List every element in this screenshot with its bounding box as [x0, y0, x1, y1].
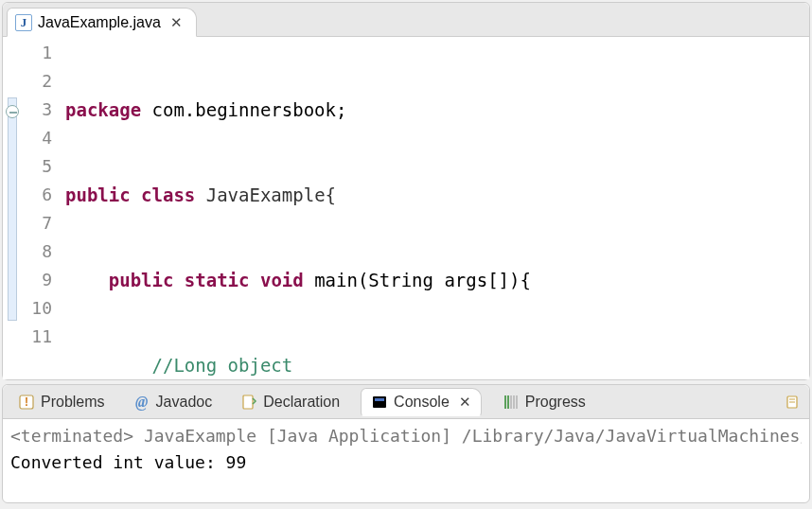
tab-label: Javadoc [156, 394, 213, 411]
progress-icon [503, 394, 520, 411]
declaration-icon [240, 394, 257, 411]
svg-rect-4 [375, 398, 384, 401]
bottom-tab-bar: ! Problems @ Javadoc Declaration Console… [3, 385, 809, 419]
console-output: Converted int value: 99 [10, 449, 802, 476]
editor-tab-bar: J JavaExample.java ✕ [3, 3, 809, 37]
tab-declaration[interactable]: Declaration [233, 390, 347, 414]
line-gutter: 1 2 3 4 5 6 7 8 9 10 11 [22, 37, 60, 379]
close-icon[interactable]: ✕ [167, 14, 183, 31]
tab-console[interactable]: Console ✕ [361, 388, 482, 416]
console-body: <terminated> JavaExample [Java Applicati… [3, 419, 809, 480]
toolbar-icon[interactable] [785, 394, 802, 411]
java-file-icon: J [15, 14, 32, 31]
console-icon [371, 394, 388, 411]
console-status: <terminated> JavaExample [Java Applicati… [10, 423, 802, 449]
tab-progress[interactable]: Progress [495, 390, 593, 414]
fold-toggle-icon[interactable] [6, 105, 19, 118]
tab-label: Progress [525, 394, 586, 411]
close-icon[interactable]: ✕ [455, 394, 471, 411]
editor-tab[interactable]: J JavaExample.java ✕ [7, 8, 197, 37]
fold-column [3, 37, 22, 379]
tab-problems[interactable]: ! Problems [10, 390, 113, 414]
tab-label: Problems [41, 394, 105, 411]
tab-filename: JavaExample.java [38, 14, 161, 31]
svg-text:!: ! [25, 395, 28, 409]
bottom-pane: ! Problems @ Javadoc Declaration Console… [2, 384, 810, 503]
svg-rect-2 [243, 395, 253, 409]
editor-pane: J JavaExample.java ✕ 1 2 3 4 5 6 7 8 [2, 2, 810, 380]
code-area[interactable]: 1 2 3 4 5 6 7 8 9 10 11 package com.begi… [3, 37, 809, 379]
tab-label: Console [394, 394, 450, 411]
code-lines[interactable]: package com.beginnersbook; public class … [60, 37, 809, 379]
tab-javadoc[interactable]: @ Javadoc [126, 390, 221, 414]
problems-icon: ! [18, 394, 35, 411]
tab-label: Declaration [263, 394, 340, 411]
javadoc-icon: @ [133, 394, 150, 411]
svg-rect-3 [373, 396, 386, 408]
